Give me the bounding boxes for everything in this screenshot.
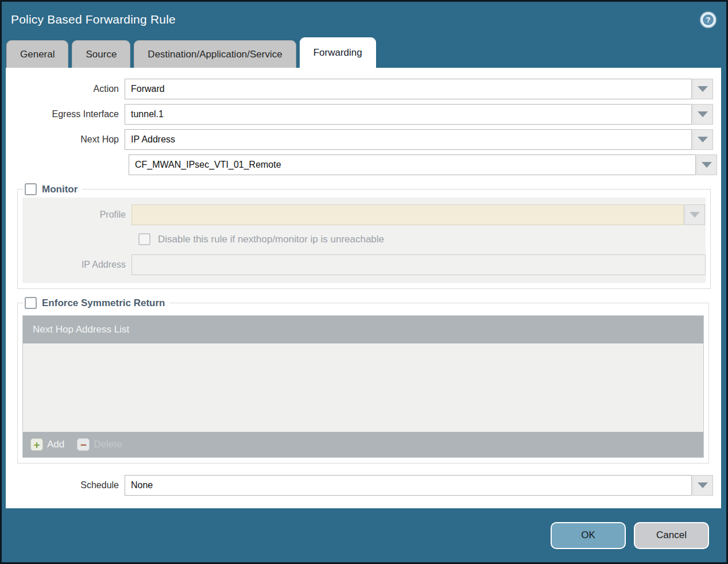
tab-forwarding[interactable]: Forwarding [300,37,376,68]
next-hop-type-select[interactable]: IP Address [125,129,692,150]
add-button[interactable]: + Add [30,438,64,451]
cancel-button[interactable]: Cancel [634,522,709,549]
next-hop-address-list-table: Next Hop Address List + Add − Delete [22,315,704,458]
next-hop-address-list-toolbar: + Add − Delete [23,432,703,457]
monitor-checkbox[interactable] [25,183,37,195]
next-hop-address-dropdown-button[interactable] [696,154,717,175]
monitor-legend: Monitor [24,183,82,195]
ok-button[interactable]: OK [551,522,626,549]
monitor-fieldset: Monitor Profile Disable this rule if nex… [17,183,711,289]
add-button-label: Add [47,439,64,450]
action-label: Action [6,84,125,94]
help-icon: ? [703,14,714,25]
schedule-dropdown-button[interactable] [692,475,713,496]
symmetric-return-legend-label: Enforce Symmetric Return [42,298,165,309]
egress-interface-dropdown-button[interactable] [692,104,713,125]
egress-interface-select[interactable]: tunnel.1 [125,104,692,125]
profile-label: Profile [22,210,131,220]
egress-interface-row: Egress Interface tunnel.1 [6,104,721,125]
monitor-ip-address-row: IP Address [22,254,706,275]
disable-rule-row: Disable this rule if nexthop/monitor ip … [138,233,706,245]
next-hop-address-select[interactable]: CF_MWAN_IPsec_VTI_01_Remote [129,154,696,175]
chevron-down-icon [698,86,708,92]
next-hop-label: Next Hop [6,134,125,145]
plus-icon: + [30,438,43,451]
tab-bar: General Source Destination/Application/S… [2,37,726,68]
policy-forwarding-dialog: Policy Based Forwarding Rule ? General S… [0,0,728,564]
action-select[interactable]: Forward [125,79,692,99]
dialog-titlebar: Policy Based Forwarding Rule ? [2,2,726,37]
chevron-down-icon [698,482,708,488]
action-row: Action Forward [6,79,721,99]
tab-source[interactable]: Source [72,40,130,68]
dialog-footer: OK Cancel [2,508,726,562]
schedule-select[interactable]: None [125,475,692,496]
minus-icon: − [77,438,90,451]
next-hop-row: Next Hop IP Address [6,129,721,150]
schedule-label: Schedule [6,480,125,490]
disable-rule-label: Disable this rule if nexthop/monitor ip … [158,234,384,245]
action-dropdown-button[interactable] [692,79,713,99]
delete-button: − Delete [77,438,122,451]
symmetric-return-legend: Enforce Symmetric Return [24,297,169,309]
next-hop-address-list-header: Next Hop Address List [23,316,703,343]
delete-button-label: Delete [94,439,122,450]
monitor-legend-label: Monitor [42,184,78,195]
profile-row: Profile [22,204,706,225]
help-button[interactable]: ? [700,12,716,28]
tab-general[interactable]: General [6,40,68,68]
next-hop-address-row: CF_MWAN_IPsec_VTI_01_Remote [6,154,721,175]
symmetric-return-checkbox[interactable] [25,297,37,309]
tab-content-forwarding: Action Forward Egress Interface tunnel.1… [6,68,721,508]
egress-interface-label: Egress Interface [6,109,125,119]
monitor-ip-address-label: IP Address [22,260,131,270]
chevron-down-icon [690,212,700,218]
profile-dropdown-button [684,204,705,225]
chevron-down-icon [698,137,708,142]
tab-destination-application-service[interactable]: Destination/Application/Service [134,40,296,68]
dialog-title: Policy Based Forwarding Rule [11,13,176,26]
disable-rule-checkbox [138,233,150,245]
next-hop-address-list-body[interactable] [23,343,703,432]
profile-select [131,204,684,225]
next-hop-type-dropdown-button[interactable] [692,129,713,150]
monitor-ip-address-input [131,254,706,275]
chevron-down-icon [702,162,712,168]
monitor-body: Profile Disable this rule if nexthop/mon… [22,198,706,283]
schedule-row: Schedule None [6,475,721,496]
symmetric-return-fieldset: Enforce Symmetric Return Next Hop Addres… [17,297,709,463]
chevron-down-icon [698,111,708,117]
